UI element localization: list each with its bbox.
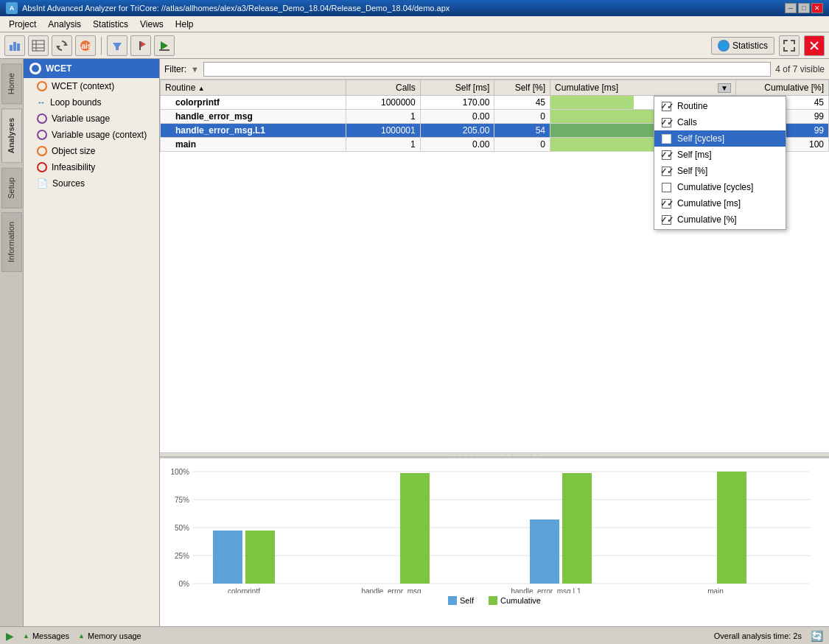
content-area: Filter: ▼ 4 of 7 visible Routine Calls S… (160, 59, 829, 626)
minimize-button[interactable]: ─ (785, 3, 797, 13)
toolbar: .ais 🌐 Statistics (0, 32, 829, 59)
svg-rect-3 (32, 41, 44, 51)
svg-text:0%: 0% (179, 580, 190, 588)
tab-setup[interactable]: Setup (1, 168, 22, 209)
cell-calls: 1 (346, 110, 420, 124)
menu-item-self-ms[interactable]: ✓ Self [ms] (654, 147, 786, 163)
svg-text:handle_error_msg.L1: handle_error_msg.L1 (511, 587, 581, 593)
menu-label-routine: Routine (677, 101, 707, 111)
col-header-cumulative-pct[interactable]: Cumulative [%] (735, 80, 828, 96)
menu-item-cumulative-ms[interactable]: ✓ Cumulative [ms] (654, 195, 786, 211)
svg-marker-14 (161, 41, 168, 50)
checkbox-self-pct[interactable]: ✓ (662, 167, 671, 176)
status-messages[interactable]: ▲ Messages (23, 631, 69, 640)
cell-routine: colorprintf (161, 96, 346, 110)
toolbar-btn-play[interactable] (154, 35, 175, 56)
cell-self-pct: 45 (494, 96, 550, 110)
tab-home[interactable]: Home (1, 63, 22, 104)
legend-cumulative: Cumulative (489, 596, 541, 605)
menu-analysis[interactable]: Analysis (42, 18, 87, 31)
svg-rect-0 (10, 45, 13, 51)
status-play-button[interactable]: ▶ (6, 630, 14, 642)
bar-colorprintf-cumulative (245, 531, 275, 584)
svg-marker-7 (63, 43, 68, 46)
col-header-calls[interactable]: Calls (346, 80, 420, 96)
statistics-button[interactable]: 🌐 Statistics (711, 37, 774, 55)
bar-colorprintf-self (213, 531, 242, 584)
menu-label-self-ms: Self [ms] (677, 150, 712, 160)
checkbox-cumulative-cycles[interactable] (662, 183, 671, 192)
svg-rect-2 (17, 43, 20, 51)
col-header-routine[interactable]: Routine (161, 80, 346, 96)
status-memory-usage[interactable]: ▲ Memory usage (78, 631, 141, 640)
svg-text:50%: 50% (175, 524, 189, 532)
bar-main-cumulative (717, 472, 746, 584)
checkbox-self-cycles[interactable] (662, 134, 671, 144)
checkbox-calls[interactable]: ✓ (662, 118, 671, 127)
menu-item-self-cycles[interactable]: Self [cycles] (654, 130, 786, 147)
infeasibility-icon (37, 162, 47, 172)
menu-help[interactable]: Help (169, 18, 200, 31)
bar-handle-error-msg-cumulative (400, 473, 430, 584)
legend-self-color (448, 596, 457, 605)
svg-marker-8 (56, 46, 60, 49)
menu-item-self-pct[interactable]: ✓ Self [%] (654, 163, 786, 179)
column-menu-trigger[interactable]: ▼ (718, 83, 731, 93)
sidebar-item-infeasibility[interactable]: Infeasibility (24, 159, 159, 175)
toolbar-btn-flag[interactable] (130, 35, 151, 56)
menu-item-routine[interactable]: ✓ Routine (654, 98, 786, 114)
filter-input[interactable] (203, 62, 771, 77)
toolbar-btn-refresh[interactable] (52, 35, 72, 56)
checkbox-cumulative-pct[interactable]: ✓ (662, 215, 671, 225)
side-tabs-left: Home Analyses Setup Information (0, 59, 24, 626)
cell-self-pct: 0 (494, 138, 550, 152)
checkbox-routine[interactable]: ✓ (662, 102, 671, 111)
legend-self: Self (448, 596, 474, 605)
svg-text:.ais: .ais (80, 42, 92, 50)
sidebar-item-variable-usage[interactable]: Variable usage (24, 111, 159, 127)
toolbar-btn-table[interactable] (28, 35, 49, 56)
legend-cumulative-label: Cumulative (500, 596, 541, 605)
menu-item-cumulative-pct[interactable]: ✓ Cumulative [%] (654, 211, 786, 228)
cell-self-pct: 0 (494, 110, 550, 124)
menu-label-self-pct: Self [%] (677, 166, 707, 176)
sidebar-item-loop-bounds[interactable]: ↔ Loop bounds (24, 94, 159, 111)
checkbox-cumulative-ms[interactable]: ✓ (662, 199, 671, 209)
svg-rect-15 (159, 49, 169, 51)
tab-analyses[interactable]: Analyses (1, 108, 22, 163)
menu-label-self-cycles: Self [cycles] (677, 133, 724, 144)
menu-item-calls[interactable]: ✓ Calls (654, 114, 786, 130)
bar-handle-error-l1-self (530, 519, 559, 584)
sidebar-item-sources[interactable]: 📄 Sources (24, 175, 159, 192)
status-refresh-icon[interactable]: 🔄 (811, 630, 823, 642)
menu-statistics[interactable]: Statistics (87, 18, 134, 31)
col-header-self-ms[interactable]: Self [ms] (420, 80, 494, 96)
sidebar-item-variable-usage-context[interactable]: Variable usage (context) (24, 127, 159, 143)
stats-globe-icon: 🌐 (718, 40, 730, 52)
menu-project[interactable]: Project (3, 18, 42, 31)
toolbar-btn-filter-arrow[interactable] (107, 35, 127, 56)
col-header-self-pct[interactable]: Self [%] (494, 80, 550, 96)
messages-label: Messages (32, 631, 69, 640)
checkbox-self-ms[interactable]: ✓ (662, 150, 671, 160)
svg-marker-11 (113, 43, 122, 50)
chart-area: 100% 75% 50% 25% 0% colorprintf (160, 457, 829, 626)
sidebar-item-label-wcet: WCET (46, 63, 71, 74)
menu-item-cumulative-cycles[interactable]: Cumulative [cycles] (654, 179, 786, 195)
sidebar-item-object-size[interactable]: Object size (24, 143, 159, 159)
close-button[interactable]: ✕ (811, 3, 823, 13)
tab-information[interactable]: Information (1, 212, 22, 272)
toolbar-btn-stats[interactable]: .ais (75, 35, 96, 56)
sidebar-item-label-wcet-context: WCET (context) (52, 81, 114, 91)
toolbar-btn-chart[interactable] (4, 35, 25, 56)
sidebar-item-wcet-context[interactable]: WCET (context) (24, 78, 159, 94)
col-header-cumulative-ms[interactable]: Cumulative [ms] ▼ (550, 80, 736, 96)
maximize-button[interactable]: □ (798, 3, 810, 13)
toolbar-btn-close[interactable] (804, 35, 825, 56)
sidebar-item-label-variable-usage: Variable usage (52, 113, 110, 124)
status-overall-time: Overall analysis time: 2s (714, 631, 802, 640)
sidebar-item-wcet[interactable]: WCET (24, 59, 159, 78)
toolbar-btn-expand[interactable] (779, 35, 800, 56)
menu-views[interactable]: Views (134, 18, 169, 31)
sidebar-item-label-variable-usage-context: Variable usage (context) (52, 130, 147, 140)
